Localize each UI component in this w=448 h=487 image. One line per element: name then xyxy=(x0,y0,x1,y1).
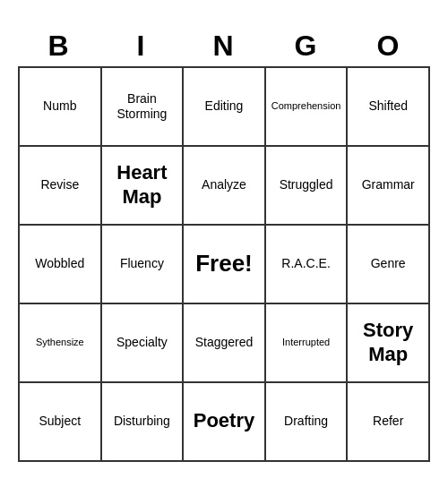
bingo-cell: R.A.C.E. xyxy=(266,226,349,304)
bingo-cell: Shifted xyxy=(348,68,430,147)
bingo-cell: Free! xyxy=(184,226,266,304)
bingo-cell: Interrupted xyxy=(266,304,349,383)
bingo-cell: Specialty xyxy=(102,304,185,383)
header-letter: G xyxy=(265,26,348,66)
bingo-cell: Revise xyxy=(20,147,102,226)
bingo-cell: Analyze xyxy=(184,147,266,226)
bingo-cell: Drafting xyxy=(266,383,349,462)
header-letter: O xyxy=(348,26,430,66)
bingo-cell: Struggled xyxy=(266,147,349,226)
bingo-cell: Editing xyxy=(184,68,266,147)
bingo-cell: Staggered xyxy=(184,304,266,383)
bingo-cell: Wobbled xyxy=(20,226,102,304)
bingo-card: BINGO NumbBrain StormingEditingComprehen… xyxy=(18,26,430,462)
bingo-cell: Refer xyxy=(348,383,430,462)
bingo-cell: Comprehension xyxy=(266,68,349,147)
bingo-cell: Genre xyxy=(348,226,430,304)
bingo-cell: Numb xyxy=(20,68,102,147)
bingo-cell: Disturbing xyxy=(102,383,185,462)
bingo-grid: NumbBrain StormingEditingComprehensionSh… xyxy=(18,66,430,462)
bingo-cell: Poetry xyxy=(184,383,266,462)
header-letter: B xyxy=(18,26,100,66)
bingo-cell: Story Map xyxy=(348,304,430,383)
bingo-cell: Subject xyxy=(20,383,102,462)
header-letter: I xyxy=(100,26,183,66)
header-letter: N xyxy=(183,26,265,66)
bingo-cell: Sythensize xyxy=(20,304,102,383)
bingo-cell: Heart Map xyxy=(102,147,185,226)
bingo-header: BINGO xyxy=(18,26,430,66)
bingo-cell: Grammar xyxy=(348,147,430,226)
bingo-cell: Fluency xyxy=(102,226,185,304)
bingo-cell: Brain Storming xyxy=(102,68,185,147)
